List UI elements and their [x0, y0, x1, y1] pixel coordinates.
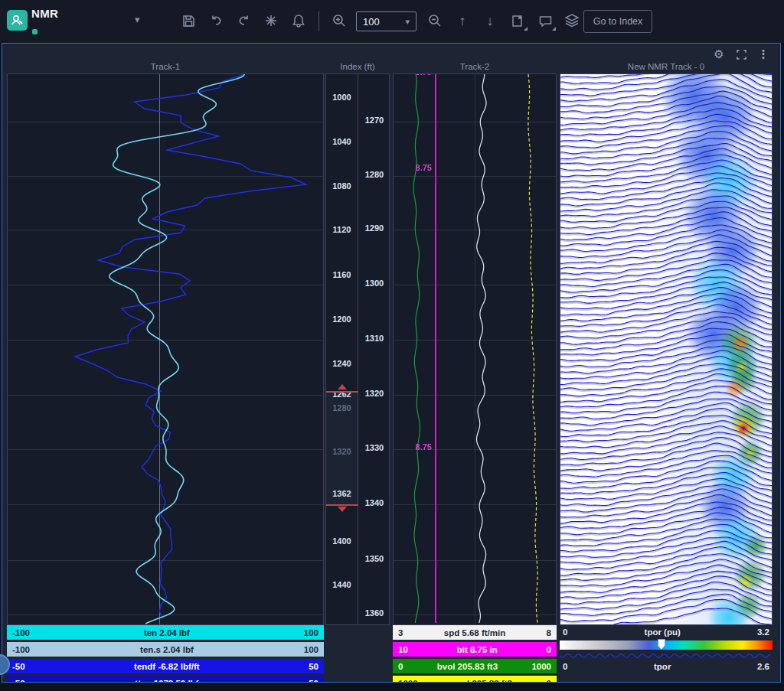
tpor-pu-scale[interactable]: 0 tpor (pu) 3.2 — [560, 625, 773, 639]
chevron-down-icon[interactable]: ▾ — [135, 14, 140, 25]
track2-plot[interactable]: 8.75 8.75 8.75 — [393, 73, 557, 625]
depth-tick-label: 1270 — [358, 116, 390, 125]
legend-spd[interactable]: 3spd 5.68 ft/min8 — [393, 625, 557, 640]
track1-curves-canvas[interactable] — [8, 74, 323, 624]
legend-tten[interactable]: -50tten 1073.56 lbf50 — [7, 676, 324, 682]
settings-gear-icon[interactable]: ⚙ — [711, 47, 727, 62]
toolbar-separator — [318, 11, 319, 31]
color-scale-marker[interactable] — [658, 639, 665, 650]
track2-legend: 3spd 5.68 ft/min8 10bit 8.75 in0 0bvol 2… — [393, 625, 557, 682]
scroll-down-icon[interactable]: ↓ — [478, 8, 502, 33]
chevron-down-icon: ▾ — [405, 17, 410, 27]
auto-adjust-sparkle-icon[interactable] — [259, 8, 283, 33]
depth-tick-label: 1350 — [358, 554, 390, 563]
app-logo-icon[interactable] — [7, 10, 28, 31]
depth-tick-label: 1040 — [326, 137, 358, 146]
selection-marker-line[interactable] — [326, 391, 358, 393]
depth-tick-label: 1340 — [358, 498, 390, 507]
index-track[interactable]: 1000104010801120116012001240126212801320… — [325, 73, 390, 625]
save-icon[interactable] — [176, 8, 201, 33]
depth-tick-label: 1360 — [358, 608, 390, 618]
depth-tick-label: 1240 — [326, 359, 358, 368]
expand-icon[interactable] — [733, 47, 749, 62]
depth-tick-label: 1120 — [326, 225, 358, 234]
comment-icon[interactable] — [533, 8, 557, 33]
nmr-title[interactable]: New NMR Track - 0 — [560, 62, 773, 71]
scroll-up-icon[interactable]: ↑ — [450, 8, 475, 33]
legend-bit[interactable]: 10bit 8.75 in0 — [393, 642, 557, 657]
selection-marker-line[interactable] — [326, 504, 358, 506]
depth-tick-label: 1440 — [326, 580, 358, 589]
depth-tick-label: 1330 — [358, 443, 390, 452]
depth-tick-label: 1080 — [326, 181, 358, 191]
depth-tick-label: 1200 — [326, 315, 358, 324]
layers-icon[interactable] — [560, 8, 584, 33]
depth-tick-label: 1290 — [358, 223, 390, 233]
depth-tick-label: 1280 — [358, 170, 390, 179]
index-title[interactable]: Index (ft) — [325, 62, 390, 71]
selected-depth-band[interactable] — [326, 391, 358, 504]
zoom-level-value: 100 — [363, 16, 380, 28]
legend-cvol[interactable]: 1000cvol 205.83 ft30 — [393, 676, 557, 682]
zoom-out-icon[interactable] — [423, 8, 447, 33]
nmr-waterfall-canvas[interactable] — [560, 74, 772, 624]
legend-bvol[interactable]: 0bvol 205.83 ft31000 — [393, 659, 557, 673]
track2-curves-canvas[interactable] — [394, 74, 556, 624]
fit-to-page-icon[interactable] — [505, 8, 530, 33]
redo-icon[interactable] — [231, 8, 256, 33]
selection-marker-arrow-icon[interactable] — [338, 507, 347, 512]
nmr-waterfall-track[interactable] — [560, 73, 773, 625]
track1-legend: -100ten 2.04 lbf100 -100ten.s 2.04 lbf10… — [7, 625, 324, 682]
wave-divider — [560, 652, 771, 660]
legend-ten-s[interactable]: -100ten.s 2.04 lbf100 — [7, 642, 324, 657]
zoom-in-icon[interactable] — [327, 8, 351, 33]
go-to-index-button[interactable]: Go to Index — [583, 10, 652, 33]
bit-value-annotation: 8.75 — [394, 163, 432, 172]
track2-title[interactable]: Track-2 — [393, 62, 557, 71]
bit-value-annotation: 8.75 — [394, 73, 432, 77]
more-options-icon[interactable]: ⋮ — [756, 47, 771, 62]
selection-marker-arrow-icon[interactable] — [338, 384, 347, 390]
depth-tick-label: 1300 — [358, 279, 390, 288]
depth-tick-label: 1310 — [358, 334, 390, 343]
nmr-legend: 0 tpor (pu) 3.2 0 tpor 2.6 — [560, 625, 773, 682]
notifications-bell-icon[interactable] — [286, 8, 311, 33]
depth-tick-label: 1000 — [326, 93, 358, 102]
toolbar: NMR ▾ 100 ▾ ↑ ↓ Go to Index — [0, 0, 784, 43]
depth-tick-label: 1400 — [326, 536, 358, 546]
depth-tick-label: 1320 — [358, 389, 390, 398]
log-viewer-panel: ⚙ ⋮ Track-1 Index (ft) Track-2 New NMR T… — [2, 43, 781, 683]
bit-value-annotation: 8.75 — [394, 442, 432, 451]
track1-title[interactable]: Track-1 — [7, 62, 324, 71]
status-dot — [32, 29, 38, 34]
track1-plot[interactable] — [7, 73, 324, 625]
tpor-color-scale[interactable] — [560, 640, 773, 650]
zoom-level-select[interactable]: 100 ▾ — [356, 11, 416, 31]
tpor-scale[interactable]: 0 tpor 2.6 — [560, 660, 773, 673]
depth-tick-label: 1160 — [326, 270, 358, 279]
legend-ten[interactable]: -100ten 2.04 lbf100 — [7, 625, 324, 640]
app-title: NMR — [31, 7, 58, 20]
undo-icon[interactable] — [204, 8, 228, 33]
legend-tendf[interactable]: -50tendf -6.82 lbf/ft50 — [7, 659, 324, 673]
